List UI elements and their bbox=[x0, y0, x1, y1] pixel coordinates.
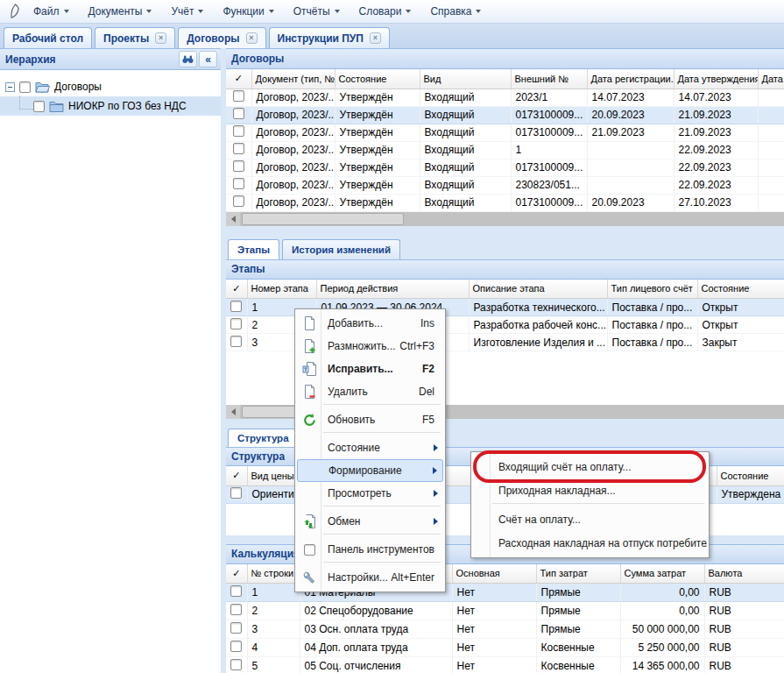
column-state[interactable]: Состояние bbox=[717, 466, 784, 485]
cell-state: Утверждён bbox=[335, 141, 420, 159]
column-check[interactable]: ✓ bbox=[226, 466, 247, 485]
row-checkbox[interactable] bbox=[233, 143, 244, 154]
column-approve-date[interactable]: Дата утверждения bbox=[674, 69, 758, 89]
column-stage-number[interactable]: Номер этапа bbox=[247, 280, 316, 299]
column-row-no[interactable]: № строки bbox=[247, 564, 300, 584]
row-checkbox[interactable] bbox=[230, 604, 242, 615]
row-checkbox[interactable] bbox=[230, 641, 242, 652]
tab-contracts[interactable]: Договоры× bbox=[178, 27, 265, 48]
row-checkbox[interactable] bbox=[233, 178, 244, 189]
tab-stages[interactable]: Этапы bbox=[228, 239, 279, 259]
contract-row[interactable]: Договор, 2023/... Утверждён Входящий 017… bbox=[226, 194, 784, 211]
menu-item-view[interactable]: Просмотреть bbox=[297, 482, 443, 505]
row-checkbox[interactable] bbox=[233, 195, 244, 207]
calculation-row[interactable]: 2 02 Спецоборудование Нет Прямые 0,00 RU… bbox=[226, 602, 784, 620]
menu-item-delete[interactable]: Удалить Del bbox=[297, 380, 443, 403]
contract-row[interactable]: Договор, 2023/... Утверждён Входящий 017… bbox=[226, 106, 784, 124]
menu-help[interactable]: Справка bbox=[421, 2, 491, 21]
tree-item-contracts[interactable]: Договоры bbox=[0, 77, 221, 96]
scroll-left-button[interactable] bbox=[226, 212, 240, 226]
tree-checkbox[interactable] bbox=[19, 81, 31, 93]
menu-item-exchange[interactable]: Обмен bbox=[297, 510, 443, 533]
cell-kind: Входящий bbox=[420, 89, 511, 106]
row-checkbox[interactable] bbox=[233, 125, 244, 137]
menu-separator bbox=[323, 562, 441, 565]
menu-item-refresh[interactable]: Обновить F5 bbox=[297, 408, 443, 431]
close-icon[interactable]: × bbox=[370, 32, 381, 44]
column-account-type[interactable]: Тип лицевого счёт bbox=[607, 280, 697, 299]
find-button[interactable] bbox=[179, 51, 197, 67]
tab-desktop[interactable]: Рабочий стол bbox=[4, 27, 92, 48]
calculation-row[interactable]: 4 04 Доп. оплата труда Нет Косвенные 5 2… bbox=[226, 639, 784, 657]
menu-documents[interactable]: Документы bbox=[80, 2, 163, 21]
column-kind[interactable]: Вид bbox=[420, 69, 511, 89]
cell-approve-date: 21.09.2023 bbox=[674, 124, 758, 141]
tab-structure[interactable]: Структура bbox=[228, 429, 299, 447]
tab-instructions[interactable]: Инструкции ПУП× bbox=[269, 27, 390, 48]
contract-row[interactable]: Договор, 2023/... Утверждён Входящий 017… bbox=[226, 124, 784, 141]
menu-item-toolbar[interactable]: Панель инструментов bbox=[297, 538, 443, 561]
menu-file[interactable]: Файл bbox=[25, 2, 80, 21]
close-icon[interactable]: × bbox=[155, 32, 166, 44]
row-checkbox[interactable] bbox=[230, 659, 242, 670]
row-checkbox[interactable] bbox=[230, 301, 242, 312]
column-check[interactable]: ✓ bbox=[226, 280, 247, 299]
scrollbar-thumb[interactable] bbox=[242, 213, 404, 225]
tree-checkbox[interactable] bbox=[33, 101, 45, 112]
menu-item-settings[interactable]: Настройки... Alt+Enter bbox=[297, 566, 443, 589]
row-checkbox[interactable] bbox=[230, 487, 242, 499]
menu-dictionaries[interactable]: Словари bbox=[350, 2, 422, 21]
column-period[interactable]: Период действия bbox=[316, 280, 469, 299]
column-document[interactable]: Документ (тип, № bbox=[251, 69, 335, 89]
row-checkbox[interactable] bbox=[230, 622, 242, 634]
column-external[interactable]: Внешний № bbox=[511, 69, 587, 89]
calculation-row[interactable]: 3 03 Осн. оплата труда Нет Прямые 50 000… bbox=[226, 620, 784, 639]
submenu-item-dispatch-note[interactable]: Расходная накладная на отпуск потребител… bbox=[473, 531, 707, 555]
tree-item-niokr[interactable]: НИОКР по ГОЗ без НДС bbox=[0, 96, 221, 116]
row-checkbox[interactable] bbox=[233, 160, 244, 172]
column-extra-date[interactable]: Дата bbox=[758, 69, 784, 89]
column-cost-type[interactable]: Тип затрат bbox=[536, 564, 620, 584]
column-amount[interactable]: Сумма затрат bbox=[620, 564, 704, 584]
cell-extra bbox=[758, 89, 784, 106]
stages-tabstrip: Этапы История изменений bbox=[224, 236, 784, 259]
menu-item-add[interactable]: Добавить... Ins bbox=[297, 312, 443, 335]
submenu-item-payment-invoice[interactable]: Счёт на оплату... bbox=[473, 507, 707, 531]
submenu-item-incoming-invoice[interactable]: Входящий счёт на оплату... bbox=[473, 455, 707, 478]
close-icon[interactable]: × bbox=[246, 32, 258, 44]
menu-item-state[interactable]: Состояние bbox=[297, 436, 443, 459]
row-checkbox[interactable] bbox=[230, 336, 242, 347]
contract-row[interactable]: Договор, 2023/... Утверждён Входящий 1 2… bbox=[226, 141, 784, 159]
submenu-item-receipt-note[interactable]: Приходная накладная... bbox=[473, 478, 707, 502]
row-checkbox[interactable] bbox=[233, 108, 244, 119]
menu-item-generate[interactable]: Формирование bbox=[297, 459, 443, 482]
contract-row[interactable]: Договор, 2023/... Утверждён Входящий 230… bbox=[226, 176, 784, 194]
contracts-hscrollbar[interactable] bbox=[226, 212, 784, 226]
submenu-arrow-icon bbox=[434, 444, 438, 451]
row-checkbox[interactable] bbox=[230, 585, 242, 597]
scroll-left-button[interactable] bbox=[226, 405, 240, 419]
contract-row[interactable]: Договор, 2023/... Утверждён Входящий 017… bbox=[226, 159, 784, 176]
menu-functions[interactable]: Функции bbox=[214, 2, 284, 21]
column-description[interactable]: Описание этапа bbox=[469, 280, 607, 299]
column-reg-date[interactable]: Дата регистрации. bbox=[587, 69, 674, 89]
contract-row[interactable]: Договор, 2023/... Утверждён Входящий 202… bbox=[226, 89, 784, 106]
row-checkbox[interactable] bbox=[230, 318, 242, 329]
column-currency[interactable]: Валюта bbox=[704, 564, 784, 584]
column-state[interactable]: Состояние bbox=[335, 69, 420, 89]
tree-collapse-icon[interactable] bbox=[5, 82, 15, 92]
column-state[interactable]: Состояние bbox=[697, 280, 784, 299]
menu-accounting[interactable]: Учёт bbox=[162, 2, 214, 21]
column-check[interactable]: ✓ bbox=[226, 69, 251, 89]
column-main[interactable]: Основная bbox=[452, 564, 536, 584]
collapse-panel-button[interactable]: « bbox=[199, 51, 217, 67]
tab-projects[interactable]: Проекты× bbox=[95, 27, 175, 48]
menu-item-duplicate[interactable]: Размножить... Ctrl+F3 bbox=[297, 335, 443, 358]
menu-reports[interactable]: Отчёты bbox=[285, 2, 350, 21]
tab-history[interactable]: История изменений bbox=[282, 239, 400, 259]
cell-cost-type: Косвенные bbox=[536, 639, 620, 657]
row-checkbox[interactable] bbox=[233, 90, 244, 102]
menu-item-edit[interactable]: Исправить... F2 bbox=[297, 358, 443, 380]
calculation-row[interactable]: 5 05 Соц. отчисления Нет Косвенные 14 36… bbox=[226, 657, 784, 673]
column-check[interactable]: ✓ bbox=[226, 564, 247, 584]
